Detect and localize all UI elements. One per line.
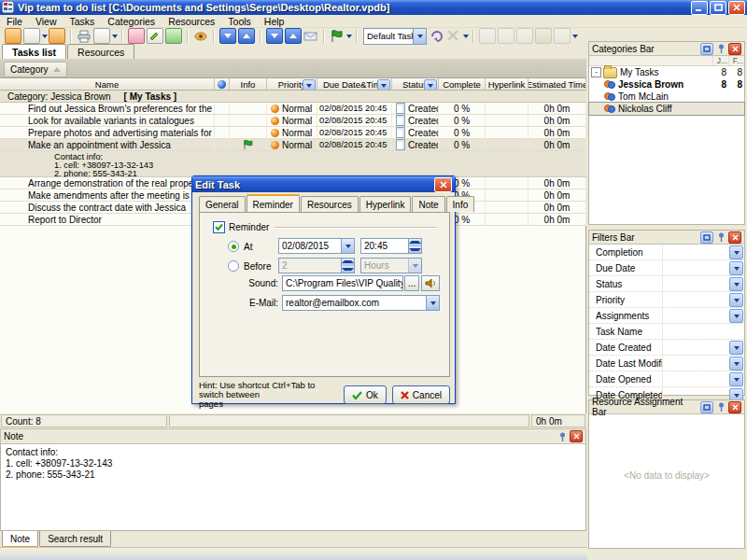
resource-overflow-icon[interactable] [571, 29, 578, 43]
edit-task-icon[interactable] [147, 28, 163, 44]
tab-resources[interactable]: Resources [301, 196, 359, 212]
email-combo[interactable]: realtor@emailbox.com [282, 295, 440, 311]
new-item-dropdown-icon[interactable] [41, 29, 48, 43]
priority-dropdown-icon[interactable] [729, 293, 743, 307]
add-task-icon[interactable] [128, 28, 145, 44]
time-up-icon[interactable] [409, 239, 421, 246]
tree-item-jessica-brown[interactable]: Jessica Brown 8 8 [589, 78, 744, 91]
date-created-dropdown-icon[interactable] [729, 341, 743, 355]
tree-item-nickolas-cliff[interactable]: Nickolas Cliff [589, 103, 744, 115]
move-down-icon[interactable] [219, 28, 236, 44]
column-header-estimated[interactable]: Estimated Time [529, 78, 586, 91]
time-down-icon[interactable] [409, 246, 421, 254]
task-view-combo[interactable]: Default Task V [363, 28, 427, 45]
tab-note[interactable]: Note [2, 531, 38, 548]
column-header-hyperlink[interactable]: Hyperlink [486, 78, 529, 91]
completion-dropdown-icon[interactable] [729, 245, 743, 259]
tab-note[interactable]: Note [412, 196, 444, 212]
resource-list-icon[interactable] [516, 28, 533, 44]
minimize-button[interactable] [691, 1, 708, 15]
clear-view-icon[interactable] [446, 29, 461, 43]
dialog-close-button[interactable] [434, 177, 452, 192]
send-email-icon[interactable] [303, 29, 318, 43]
filters-pin-icon[interactable] [715, 232, 726, 243]
flag-icon[interactable] [330, 29, 345, 43]
before-radio[interactable] [228, 260, 239, 272]
note-pin-icon[interactable] [557, 431, 568, 441]
menu-item-resources[interactable]: Resources [162, 16, 221, 27]
table-row[interactable]: Prepare photos and advertising materials… [0, 127, 586, 139]
view-task-icon[interactable] [193, 29, 208, 43]
column-header-complete[interactable]: Complete [439, 78, 486, 91]
resource-close-icon[interactable] [728, 401, 741, 413]
category-sort-button[interactable]: Category [4, 62, 67, 77]
tab-search-result[interactable]: Search result [39, 531, 111, 547]
assign-resource-icon[interactable] [479, 28, 496, 44]
task-view-dropdown-icon[interactable] [413, 29, 426, 44]
restore-button[interactable] [710, 1, 726, 15]
tree-item-my-tasks[interactable]: - My Tasks 8 8 [589, 66, 744, 78]
permissions-icon[interactable] [554, 28, 571, 44]
resource-maximize-icon[interactable] [700, 401, 713, 413]
date-last-modified-dropdown-icon[interactable] [729, 357, 743, 371]
ok-button[interactable]: Ok [344, 385, 387, 404]
collapse-all-icon[interactable] [285, 28, 302, 44]
table-row[interactable]: Look for available variants in catalogue… [0, 115, 586, 127]
menu-item-tools[interactable]: Tools [221, 16, 258, 27]
note-panel-content[interactable]: Contact info: 1. cell: +38097-13-32-143 … [0, 444, 586, 531]
status-filter-icon[interactable] [424, 79, 437, 91]
new-list-icon[interactable] [5, 28, 21, 44]
tab-reminder[interactable]: Reminder [247, 194, 300, 214]
sound-play-button[interactable] [421, 275, 440, 291]
filters-close-icon[interactable] [728, 231, 741, 244]
column-header-info[interactable]: Info [230, 78, 267, 91]
tab-info[interactable]: Info [446, 196, 475, 212]
expand-all-icon[interactable] [266, 28, 283, 44]
menu-item-file[interactable]: File [0, 16, 29, 27]
date-opened-dropdown-icon[interactable] [729, 372, 743, 386]
close-button[interactable] [728, 1, 745, 15]
sound-browse-button[interactable]: ... [404, 275, 419, 291]
category-group-row[interactable]: Category: Jessica Brown [ My Tasks ] [0, 91, 586, 103]
priority-filter-icon[interactable] [303, 79, 316, 91]
sound-input[interactable]: C:\Program Files\VIP Quality Software\VI… [282, 275, 403, 291]
table-row-selected[interactable]: Make an appointment with Jessica Normal … [0, 139, 586, 151]
tab-hyperlink[interactable]: Hyperlink [359, 196, 412, 212]
column-header-priority[interactable]: Priority [267, 78, 317, 91]
tab-general[interactable]: General [199, 196, 246, 212]
at-time-spinner[interactable]: 20:45 [360, 238, 422, 254]
email-dropdown-icon[interactable] [426, 296, 439, 310]
cancel-button[interactable]: Cancel [392, 385, 450, 404]
at-radio[interactable] [228, 241, 239, 252]
at-date-dropdown-icon[interactable] [341, 239, 354, 253]
collapse-minus-icon[interactable]: - [591, 67, 601, 77]
assignments-dropdown-icon[interactable] [729, 309, 743, 323]
column-header-status[interactable]: Status [392, 78, 439, 91]
status-dropdown-icon[interactable] [729, 277, 743, 291]
print-icon[interactable] [77, 29, 92, 43]
categories-close-icon[interactable] [728, 43, 741, 55]
print-preview-icon[interactable] [93, 28, 110, 44]
reminder-checkbox[interactable] [213, 221, 225, 233]
column-header-name[interactable]: Name [0, 78, 215, 91]
complete-task-icon[interactable] [165, 28, 182, 44]
categories-maximize-icon[interactable] [700, 43, 713, 55]
column-header-due[interactable]: Due Date&Time [317, 78, 392, 91]
flag-dropdown-icon[interactable] [345, 29, 352, 43]
column-header-priority-ball[interactable] [215, 78, 230, 91]
duplicate-icon[interactable] [49, 28, 65, 44]
refresh-view-icon[interactable] [430, 29, 444, 43]
tab-resources[interactable]: Resources [67, 44, 134, 60]
menu-item-tasks[interactable]: Tasks [63, 16, 102, 27]
menu-item-help[interactable]: Help [258, 16, 291, 27]
print-overflow-icon[interactable] [111, 29, 118, 43]
menu-item-view[interactable]: View [29, 16, 63, 27]
unassign-resource-icon[interactable] [498, 28, 514, 44]
view-overflow-icon[interactable] [462, 29, 469, 43]
note-close-icon[interactable] [570, 430, 583, 442]
menu-item-categories[interactable]: Categories [101, 16, 162, 27]
categories-pin-icon[interactable] [715, 44, 726, 54]
filters-maximize-icon[interactable] [700, 231, 713, 244]
due-date-dropdown-icon[interactable] [729, 261, 743, 275]
resource-pin-icon[interactable] [715, 402, 726, 413]
